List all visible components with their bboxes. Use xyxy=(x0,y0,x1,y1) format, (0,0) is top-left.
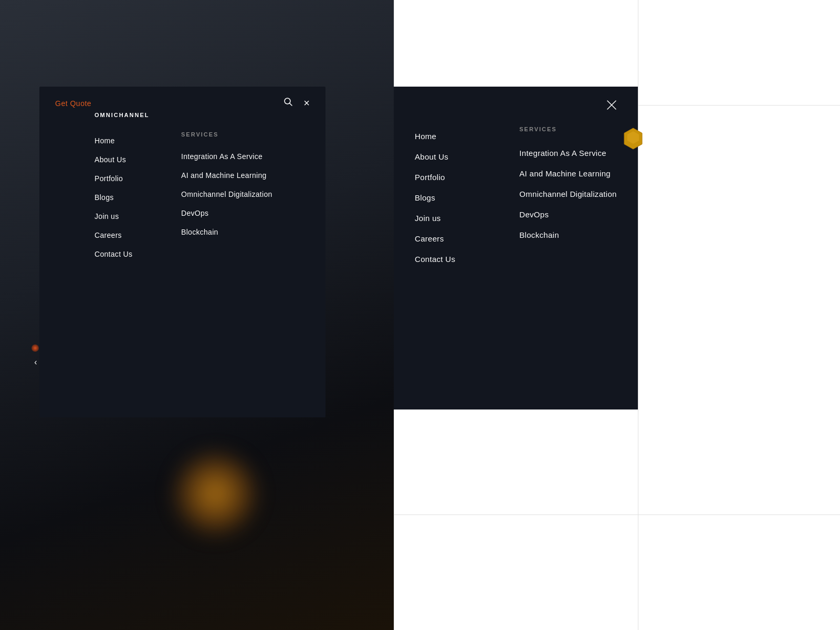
mobile-menu-close-button[interactable]: × xyxy=(303,97,310,109)
mobile-menu-columns: Home About Us Portfolio Blogs Join us Ca… xyxy=(55,131,310,264)
mobile-services-column: SERVICES Integration As A Service AI and… xyxy=(181,131,286,264)
desktop-nav-column: Home About Us Portfolio Blogs Join us Ca… xyxy=(415,126,488,269)
mobile-nav-join[interactable]: Join us xyxy=(94,207,181,226)
carousel-prev-button[interactable]: ‹ xyxy=(30,357,41,368)
desktop-nav-about[interactable]: About Us xyxy=(415,146,488,167)
desktop-nav-blogs[interactable]: Blogs xyxy=(415,187,488,208)
mobile-nav-blogs[interactable]: Blogs xyxy=(94,188,181,207)
mobile-nav-portfolio[interactable]: Portfolio xyxy=(94,169,181,188)
mobile-nav-column: Home About Us Portfolio Blogs Join us Ca… xyxy=(94,131,181,264)
desktop-nav-careers[interactable]: Careers xyxy=(415,228,488,249)
mobile-service-devops[interactable]: DevOps xyxy=(181,204,286,223)
mobile-nav-contact[interactable]: Contact Us xyxy=(94,245,181,264)
desktop-menu-header xyxy=(415,100,617,113)
desktop-service-devops[interactable]: DevOps xyxy=(519,204,617,225)
desktop-nav-portfolio[interactable]: Portfolio xyxy=(415,167,488,187)
bokeh-blob-tiny xyxy=(32,344,39,352)
svg-line-1 xyxy=(290,103,292,106)
search-button[interactable] xyxy=(284,97,293,109)
mobile-service-ai[interactable]: AI and Machine Learning xyxy=(181,166,286,185)
mobile-service-integration[interactable]: Integration As A Service xyxy=(181,147,286,166)
grid-line-horizontal-2 xyxy=(394,514,840,515)
desktop-service-blockchain[interactable]: Blockchain xyxy=(519,225,617,245)
desktop-service-ai[interactable]: AI and Machine Learning xyxy=(519,163,617,184)
mobile-nav-careers[interactable]: Careers xyxy=(94,226,181,245)
mobile-services-heading: SERVICES xyxy=(181,131,286,138)
mobile-nav-about[interactable]: About Us xyxy=(94,150,181,169)
get-quote-button[interactable]: Get Quote xyxy=(55,99,91,108)
bokeh-blob-bottom xyxy=(173,452,257,536)
desktop-service-omnichannel[interactable]: Omnichannel Digitalization xyxy=(519,184,617,204)
mobile-menu-panel: Get Quote × OMNICHANNEL Home About Us Po… xyxy=(39,87,326,417)
brand-label: OMNICHANNEL xyxy=(55,112,310,118)
mobile-service-omnichannel[interactable]: Omnichannel Digitalization xyxy=(181,185,286,204)
desktop-service-integration[interactable]: Integration As A Service xyxy=(519,143,617,163)
mobile-service-blockchain[interactable]: Blockchain xyxy=(181,223,286,242)
desktop-nav-home[interactable]: Home xyxy=(415,126,488,146)
desktop-services-heading: SERVICES xyxy=(519,126,617,132)
mobile-nav-home[interactable]: Home xyxy=(94,131,181,150)
desktop-nav-join[interactable]: Join us xyxy=(415,208,488,228)
desktop-menu-close-button[interactable] xyxy=(606,100,617,113)
desktop-menu-panel: Home About Us Portfolio Blogs Join us Ca… xyxy=(394,87,638,410)
hex-decoration xyxy=(623,127,643,150)
grid-line-vertical-2 xyxy=(638,0,638,630)
desktop-nav-contact[interactable]: Contact Us xyxy=(415,249,488,269)
desktop-menu-body: Home About Us Portfolio Blogs Join us Ca… xyxy=(415,126,617,269)
desktop-services-column: SERVICES Integration As A Service AI and… xyxy=(519,126,617,269)
